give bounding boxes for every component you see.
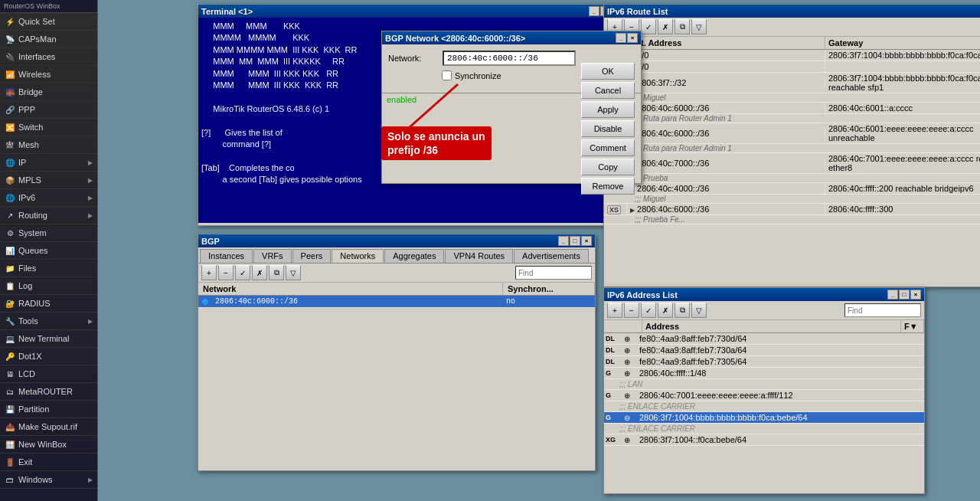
addr-row-value: 2806:40c:ffff::1/48 bbox=[639, 368, 923, 378]
sidebar-item-tools[interactable]: 🔧 Tools ▶ bbox=[0, 313, 97, 330]
route-row[interactable]: XS ▶ 2806:40c:6000::/36 2806:40c:ffff::3… bbox=[604, 204, 980, 215]
cancel-button[interactable]: Cancel bbox=[581, 82, 635, 99]
route-copy-btn[interactable]: ⧉ bbox=[675, 19, 690, 34]
sidebar-item-log[interactable]: 📋 Log bbox=[0, 277, 97, 295]
bgp-win-maximize-btn[interactable]: □ bbox=[570, 236, 580, 246]
sidebar-item-exit[interactable]: 🚪 Exit bbox=[0, 454, 97, 471]
bgp-search-input[interactable] bbox=[515, 266, 592, 280]
remove-button[interactable]: Remove bbox=[581, 178, 635, 195]
sidebar-label-routing: Routing bbox=[18, 211, 85, 220]
bgp-win-close-btn[interactable]: × bbox=[581, 236, 592, 246]
ipv6-route-titlebar[interactable]: IPv6 Route List _ □ × bbox=[604, 5, 980, 18]
bgp-enable-btn[interactable]: ✓ bbox=[235, 265, 250, 280]
sidebar-item-make-supout[interactable]: 📤 Make Supout.rif bbox=[0, 418, 97, 436]
sidebar-item-interfaces[interactable]: 🔌 Interfaces bbox=[0, 48, 97, 66]
route-enable-btn[interactable]: ✓ bbox=[641, 19, 656, 34]
network-input[interactable] bbox=[443, 51, 576, 66]
addr-row[interactable]: G ⊖ 2806:3f7:1004:bbbb:bbbb:bbbb:f0ca:be… bbox=[604, 412, 924, 424]
addr-row[interactable]: G ⊕ 2806:40c:ffff::1/48 bbox=[604, 368, 924, 379]
route-row[interactable]: S ▶ 2806:40c:6000::/36 2806:40c:6001:eee… bbox=[604, 123, 980, 144]
sidebar-item-partition[interactable]: 💾 Partition bbox=[0, 401, 97, 418]
sidebar-item-quick-set[interactable]: ⚡ Quick Set bbox=[0, 13, 97, 31]
ipv6-addr-titlebar[interactable]: IPv6 Address List _ □ × bbox=[604, 288, 924, 301]
ipv6-addr-minimize-btn[interactable]: _ bbox=[887, 290, 898, 300]
route-disable-btn[interactable]: ✗ bbox=[658, 19, 673, 34]
bgp-network-dialog-titlebar[interactable]: BGP Network <2806:40c:6000::/36> _ × bbox=[382, 31, 641, 44]
terminal-titlebar[interactable]: Terminal <1> _ □ × bbox=[198, 5, 626, 18]
sidebar-item-files[interactable]: 📁 Files bbox=[0, 260, 97, 277]
lcd-icon: 🖥 bbox=[5, 368, 15, 379]
bgp-remove-btn[interactable]: − bbox=[218, 265, 234, 280]
sidebar-item-new-winbox[interactable]: 🪟 New WinBox bbox=[0, 436, 97, 454]
route-row[interactable]: DAb ▶ 2806:3f7::/32 2806:3f7:1004:bbbb:b… bbox=[604, 73, 980, 93]
addr-disable-btn[interactable]: ✗ bbox=[658, 303, 673, 318]
route-row[interactable]: XS ▶ ::/0 2806:3f7:1004:bbbb:bbbb:bbbb:f… bbox=[604, 50, 980, 61]
bgp-win-minimize-btn[interactable]: _ bbox=[558, 236, 569, 246]
sidebar-item-capsman[interactable]: 📡 CAPsMan bbox=[0, 31, 97, 48]
bgp-tab-aggregates[interactable]: Aggregates bbox=[384, 249, 444, 263]
ipv6-route-toolbar: + − ✓ ✗ ⧉ ▽ bbox=[604, 18, 980, 37]
ipv6-route-window: IPv6 Route List _ □ × + − ✓ ✗ ⧉ ▽ Dst. A… bbox=[603, 4, 980, 287]
addr-row[interactable]: XG ⊕ 2806:3f7:1004::f0ca:bebe/64 bbox=[604, 434, 924, 446]
route-row[interactable]: DAb ▶ ::/0 bbox=[604, 61, 980, 73]
sidebar-item-ppp[interactable]: 🔗 PPP bbox=[0, 101, 97, 119]
sidebar-item-wireless[interactable]: 📶 Wireless bbox=[0, 66, 97, 84]
bgp-tab-instances[interactable]: Instances bbox=[200, 249, 253, 263]
addr-row-value: fe80::4aa9:8aff:feb7:730a/64 bbox=[639, 345, 923, 355]
sidebar-item-new-terminal[interactable]: 💻 New Terminal bbox=[0, 330, 97, 348]
addr-search-input[interactable] bbox=[844, 303, 921, 317]
route-row[interactable]: AS ▶ 2806:40c:4000::/36 2806:40c:ffff::2… bbox=[604, 183, 980, 195]
sidebar-item-dot1x[interactable]: 🔑 Dot1X bbox=[0, 348, 97, 365]
bgp-tab-vpn4-routes[interactable]: VPN4 Routes bbox=[445, 249, 513, 263]
sidebar-item-mpls[interactable]: 📦 MPLS ▶ bbox=[0, 172, 97, 189]
sidebar-label-mesh: Mesh bbox=[18, 140, 93, 149]
bgp-dialog-minimize-btn[interactable]: _ bbox=[616, 33, 626, 43]
comment-button[interactable]: Comment bbox=[581, 139, 635, 156]
sidebar-item-lcd[interactable]: 🖥 LCD bbox=[0, 365, 97, 383]
addr-add-btn[interactable]: + bbox=[607, 303, 622, 318]
sidebar-item-ip[interactable]: 🌐 IP ▶ bbox=[0, 154, 97, 172]
sidebar-item-bridge[interactable]: 🌉 Bridge bbox=[0, 84, 97, 101]
route-row[interactable]: AS ▶ 2806:40c:7000::/36 2806:40c:7001:ee… bbox=[604, 153, 980, 174]
addr-row[interactable]: DL ⊕ fe80::4aa9:8aff:feb7:7305/64 bbox=[604, 356, 924, 368]
bgp-tab-peers[interactable]: Peers bbox=[292, 249, 332, 263]
addr-enable-btn[interactable]: ✓ bbox=[641, 303, 656, 318]
copy-button[interactable]: Copy bbox=[581, 159, 635, 175]
bgp-window-titlebar[interactable]: BGP _ □ × bbox=[198, 234, 595, 247]
bgp-filter-btn[interactable]: ▽ bbox=[286, 265, 301, 280]
sidebar-item-queues[interactable]: 📊 Queues bbox=[0, 242, 97, 260]
route-row[interactable]: AS ▶ 2806:40c:6000::/36 2806:40c:6001::a… bbox=[604, 103, 980, 114]
terminal-minimize-btn[interactable]: _ bbox=[589, 6, 599, 16]
addr-row[interactable]: G ⊕ 2806:40c:7001:eeee:eeee:eeee:a:ffff/… bbox=[604, 390, 924, 401]
sidebar-item-metarouter[interactable]: 🗂 MetaROUTER bbox=[0, 383, 97, 401]
sidebar-item-windows[interactable]: 🗃 Windows ▶ bbox=[0, 471, 97, 489]
sidebar-item-mesh[interactable]: 🕸 Mesh bbox=[0, 136, 97, 154]
bgp-copy-btn[interactable]: ⧉ bbox=[269, 265, 284, 280]
sidebar-item-ipv6[interactable]: 🌐 IPv6 ▶ bbox=[0, 189, 97, 207]
bgp-tab-networks[interactable]: Networks bbox=[332, 249, 384, 263]
addr-copy-btn[interactable]: ⧉ bbox=[675, 303, 690, 318]
addr-row[interactable]: DL ⊕ fe80::4aa9:8aff:feb7:730a/64 bbox=[604, 345, 924, 356]
route-filter-btn[interactable]: ▽ bbox=[691, 19, 707, 34]
sidebar-item-switch[interactable]: 🔀 Switch bbox=[0, 119, 97, 136]
ipv6-addr-close-btn[interactable]: × bbox=[910, 290, 921, 300]
disable-button[interactable]: Disable bbox=[581, 120, 635, 137]
apply-button[interactable]: Apply bbox=[581, 101, 635, 118]
bgp-add-btn[interactable]: + bbox=[201, 265, 217, 280]
addr-filter-btn[interactable]: ▽ bbox=[691, 303, 707, 318]
bgp-disable-btn[interactable]: ✗ bbox=[252, 265, 267, 280]
ok-button[interactable]: OK bbox=[581, 63, 635, 80]
sidebar-item-radius[interactable]: 🔐 RADIUS bbox=[0, 295, 97, 313]
ipv6-addr-maximize-btn[interactable]: □ bbox=[899, 290, 910, 300]
sidebar-item-routing[interactable]: ↗ Routing ▶ bbox=[0, 207, 97, 224]
bgp-tab-vrfs[interactable]: VRFs bbox=[253, 249, 292, 263]
synchronize-checkbox[interactable] bbox=[442, 70, 452, 80]
table-row[interactable]: 🔷 2806:40c:6000::/36 no bbox=[198, 296, 595, 308]
addr-remove-btn[interactable]: − bbox=[624, 303, 639, 318]
bgp-row-sync: no bbox=[503, 296, 595, 306]
bgp-dialog-close-btn[interactable]: × bbox=[627, 33, 638, 43]
bgp-tab-advertisements[interactable]: Advertisements bbox=[514, 249, 589, 263]
sidebar-item-system[interactable]: ⚙ System bbox=[0, 224, 97, 242]
sidebar-label-mpls: MPLS bbox=[18, 175, 85, 185]
addr-row[interactable]: DL ⊕ fe80::4aa9:8aff:feb7:730d/64 bbox=[604, 333, 924, 345]
